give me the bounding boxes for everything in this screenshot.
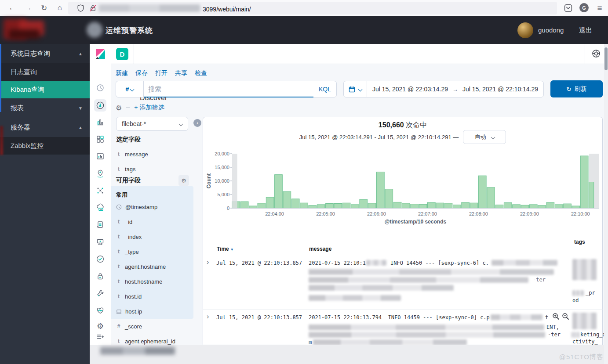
nav-item-kibana-query[interactable]: Kibana查询 <box>0 81 90 98</box>
nav-item-zabbix[interactable]: Zabbix监控 <box>0 137 90 155</box>
calendar-dropdown[interactable] <box>344 81 367 97</box>
apm-icon[interactable] <box>96 238 105 246</box>
kibana-logo[interactable] <box>95 48 106 59</box>
histogram-chart[interactable]: 05,00010,00015,00020,00022:04:0022:05:00… <box>206 148 600 218</box>
expand-row-icon[interactable]: › <box>207 258 209 266</box>
canvas-icon[interactable] <box>96 152 105 161</box>
time-from[interactable]: Jul 15, 2021 @ 22:03:14.29 <box>372 86 448 93</box>
collapse-nav-icon[interactable] <box>96 332 105 341</box>
field-index[interactable]: t _index <box>111 230 193 243</box>
text-field-icon: t <box>116 234 121 240</box>
column-header-message[interactable]: message <box>309 246 331 252</box>
nav-item-reports[interactable]: 报表 ▼ <box>0 98 90 118</box>
home-icon[interactable]: ⌂ <box>55 4 65 12</box>
field-settings-gear-icon[interactable]: ⚙ <box>178 175 189 186</box>
expand-row-icon[interactable]: › <box>207 313 209 321</box>
visualize-icon[interactable] <box>96 118 105 126</box>
reload-icon[interactable]: ↻ <box>39 4 49 13</box>
screen: ← → ↻ ⌂ 3099/webui/main/ ★ G ≡ <box>0 0 608 364</box>
share-button[interactable]: 共享 <box>175 69 187 77</box>
row-time[interactable]: Jul 15, 2021 @ 22:10:13.857 <box>216 260 302 266</box>
kibana-topbar: D Discover <box>90 44 608 64</box>
index-pattern-select[interactable]: filebeat-* <box>116 117 188 131</box>
text-field-icon: t <box>116 249 121 255</box>
help-icon[interactable] <box>592 49 601 58</box>
redacted-tags <box>572 313 597 329</box>
dev-tools-icon[interactable] <box>96 289 105 298</box>
new-button[interactable]: 新建 <box>116 69 128 77</box>
column-header-tags[interactable]: tags <box>574 239 585 245</box>
row-message-fragment: t <box>545 314 548 321</box>
interval-select[interactable]: 自动 <box>463 130 506 144</box>
user-avatar[interactable] <box>517 22 533 38</box>
siem-icon[interactable] <box>96 272 105 281</box>
back-icon[interactable]: ← <box>7 4 18 12</box>
logout-button[interactable]: 退出 <box>579 26 592 35</box>
save-button[interactable]: 保存 <box>135 69 148 77</box>
field-host-id[interactable]: t host.id <box>111 290 193 303</box>
field-type[interactable]: t _type <box>111 245 193 258</box>
metrics-icon[interactable] <box>96 203 105 212</box>
menu-icon[interactable]: ≡ <box>594 4 605 13</box>
filter-for-value-icon[interactable] <box>552 313 560 320</box>
username[interactable]: guodong <box>538 26 564 34</box>
pocket-icon[interactable] <box>564 4 572 12</box>
field-message[interactable]: t message <box>111 148 193 161</box>
discover-icon[interactable] <box>96 101 105 110</box>
add-filter-button[interactable]: + 添加筛选 <box>134 104 164 112</box>
chevron-down-icon <box>130 87 135 91</box>
maps-icon[interactable] <box>96 169 105 178</box>
lock-insecure-icon[interactable] <box>89 4 97 12</box>
caret-up-icon: ▲ <box>78 125 83 130</box>
column-header-time[interactable]: Time▼ <box>217 246 234 252</box>
clock-icon <box>116 204 122 210</box>
collapse-sidebar-button[interactable]: ‹ <box>193 119 201 127</box>
scrollbar[interactable] <box>604 44 608 364</box>
svg-text:5,000: 5,000 <box>217 192 229 197</box>
divider <box>134 44 134 64</box>
row-time[interactable]: Jul 15, 2021 @ 22:10:13.857 <box>216 314 302 321</box>
row-divider <box>203 310 603 310</box>
kql-label[interactable]: KQL <box>313 86 336 93</box>
search-input[interactable] <box>144 81 313 97</box>
logs-icon[interactable] <box>96 220 105 229</box>
refresh-button[interactable]: ↻ 刷新 <box>550 80 603 97</box>
time-range[interactable]: Jul 15, 2021 @ 22:03:14.29 → Jul 15, 202… <box>367 86 543 93</box>
svg-text:Count: Count <box>206 173 212 189</box>
sort-desc-icon[interactable]: ▼ <box>230 248 234 252</box>
time-to[interactable]: Jul 15, 2021 @ 22:10:14.29 <box>462 86 538 93</box>
stack-monitoring-icon[interactable] <box>96 306 105 315</box>
bottom-strip: @51CTO博客 <box>90 345 608 364</box>
nav-item-log-query[interactable]: 日志查询 <box>0 63 90 81</box>
recently-viewed-icon[interactable] <box>96 83 105 92</box>
nav-item-servers[interactable]: 服务器 ▲ <box>0 118 90 137</box>
machine-learning-icon[interactable] <box>96 186 105 195</box>
url-text[interactable]: 3099/webui/main/ <box>203 6 251 13</box>
dashboard-icon[interactable] <box>96 135 105 144</box>
filter-gear-icon[interactable]: ⚙ <box>116 104 122 112</box>
scrollbar-thumb[interactable] <box>604 47 608 70</box>
field-host-hostname[interactable]: t host.hostname <box>111 275 193 288</box>
field-tags[interactable]: t tags <box>111 162 193 176</box>
uptime-icon[interactable] <box>96 255 105 263</box>
management-icon[interactable]: ⚙ <box>96 322 105 331</box>
field-timestamp[interactable]: @timestamp <box>111 200 193 213</box>
row-message-fragment: -ter <box>533 277 546 283</box>
field-agent-hostname[interactable]: t agent.hostname <box>111 260 193 273</box>
field-host-ip[interactable]: host.ip <box>111 305 193 318</box>
filter-out-value-icon[interactable] <box>562 313 569 320</box>
forward-icon[interactable]: → <box>23 4 33 12</box>
shield-icon[interactable] <box>77 4 84 12</box>
inspect-button[interactable]: 检查 <box>195 69 207 77</box>
field-score[interactable]: # _score <box>111 320 193 333</box>
divider <box>90 96 111 96</box>
hits-label: 次命中 <box>406 121 427 129</box>
nav-item-system-log-query[interactable]: 系统日志查询 ▲ <box>0 44 90 63</box>
redacted-text <box>491 314 542 320</box>
open-button[interactable]: 打开 <box>155 69 167 77</box>
field-id[interactable]: t _id <box>111 215 193 228</box>
url-bar[interactable]: 3099/webui/main/ ★ <box>68 2 557 14</box>
app-header: 运维预警系统 guodong 退出 <box>0 16 608 44</box>
account-avatar[interactable]: G <box>579 3 589 12</box>
query-language-dropdown[interactable]: # <box>116 81 144 97</box>
